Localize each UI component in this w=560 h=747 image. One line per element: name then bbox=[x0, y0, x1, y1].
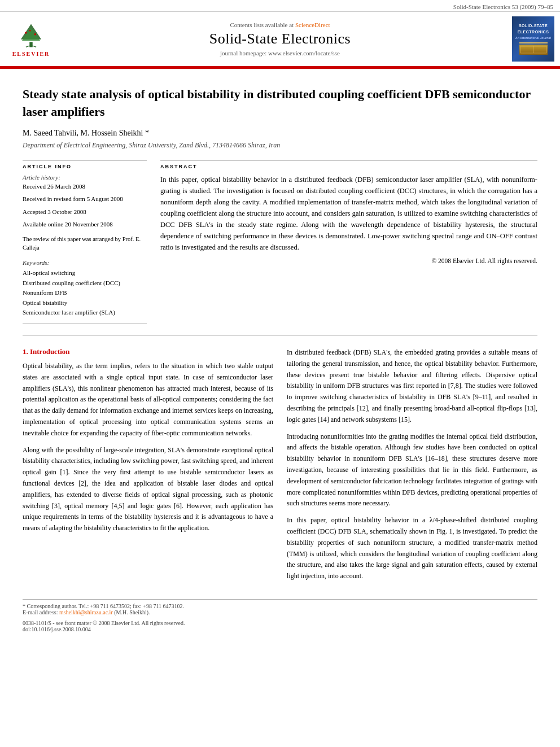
article-info-column: ARTICLE INFO Article history: Received 2… bbox=[23, 160, 147, 324]
keyword-5: Semiconductor laser amplifier (SLA) bbox=[23, 308, 147, 318]
keyword-3: Nonuniform DFB bbox=[23, 288, 147, 298]
svg-rect-0 bbox=[29, 42, 32, 47]
citation-text: Solid-State Electronics 53 (2009) 79–85 bbox=[453, 3, 553, 10]
abstract-text: In this paper, optical bistability behav… bbox=[160, 174, 537, 253]
intro-para-2: Along with the possibility of large-scal… bbox=[23, 445, 273, 534]
article-content: Steady state analysis of optical bistabi… bbox=[0, 69, 560, 644]
section-divider bbox=[23, 335, 537, 336]
sciencedirect-link[interactable]: ScienceDirect bbox=[295, 21, 330, 28]
right-para-2: Introducing nonuniformities into the gra… bbox=[287, 431, 537, 510]
article-title: Steady state analysis of optical bistabi… bbox=[23, 86, 537, 121]
journal-title: Solid-State Electronics bbox=[62, 30, 498, 47]
reviewer-note: The review of this paper was arranged by… bbox=[23, 235, 147, 253]
email-line: E-mail address: msheikhi@shirazu.ac.ir (… bbox=[23, 609, 537, 615]
svg-point-3 bbox=[25, 32, 27, 34]
journal-logo-box: SOLID-STATE ELECTRONICS An International… bbox=[512, 16, 554, 62]
keyword-1: All-optical switching bbox=[23, 268, 147, 278]
body-columns: 1. Introduction Optical bistability, as … bbox=[23, 347, 537, 588]
keywords-label: Keywords: bbox=[23, 259, 147, 266]
journal-logo-right: SOLID-STATE ELECTRONICS An International… bbox=[504, 16, 554, 62]
article-info-section: ARTICLE INFO Article history: Received 2… bbox=[23, 160, 147, 324]
journal-homepage: journal homepage: www.elsevier.com/locat… bbox=[62, 50, 498, 56]
abstract-column: ABSTRACT In this paper, optical bistabil… bbox=[160, 160, 537, 324]
bottom-note: 0038-1101/$ - see front matter © 2008 El… bbox=[23, 620, 537, 626]
sciencedirect-line: Contents lists available at ScienceDirec… bbox=[62, 21, 498, 28]
email-address: msheikhi@shirazu.ac.ir bbox=[59, 609, 113, 615]
keyword-2: Distributed coupling coefficient (DCC) bbox=[23, 278, 147, 289]
right-para-1: In distributed feedback (DFB) SLA's, the… bbox=[287, 347, 537, 426]
article-info-heading: ARTICLE INFO bbox=[23, 164, 147, 169]
email-label: E-mail address: bbox=[23, 609, 58, 615]
intro-heading: 1. Introduction bbox=[23, 347, 273, 356]
elsevier-wordmark: ELSEVIER bbox=[12, 51, 50, 57]
email-person: (M.H. Sheikhi). bbox=[114, 609, 150, 615]
keyword-4: Optical bistability bbox=[23, 298, 147, 308]
intro-para-1: Optical bistability, as the term implies… bbox=[23, 361, 273, 439]
accepted-date: Accepted 3 October 2008 bbox=[23, 207, 147, 217]
corresponding-note: * Corresponding author. Tel.: +98 711 64… bbox=[23, 603, 537, 609]
revised-date: Received in revised form 5 August 2008 bbox=[23, 194, 147, 204]
body-left-column: 1. Introduction Optical bistability, as … bbox=[23, 347, 273, 588]
abstract-heading: ABSTRACT bbox=[160, 164, 537, 169]
keywords-section: Keywords: All-optical switching Distribu… bbox=[23, 259, 147, 318]
page-footnote: * Corresponding author. Tel.: +98 711 64… bbox=[23, 599, 537, 632]
authors: M. Saeed Tahvili, M. Hossein Sheikhi * bbox=[23, 129, 537, 138]
history-label: Article history: bbox=[23, 174, 147, 181]
received-date: Received 26 March 2008 bbox=[23, 182, 147, 191]
journal-header: ELSEVIER Contents lists available at Sci… bbox=[0, 12, 560, 67]
affiliation: Department of Electrical Engineering, Sh… bbox=[23, 141, 537, 150]
logo-title-line1: SOLID-STATE bbox=[519, 23, 548, 28]
svg-point-4 bbox=[34, 33, 36, 35]
oa-note: 0038-1101/$ - see front matter © 2008 El… bbox=[23, 620, 185, 626]
copyright: © 2008 Elsevier Ltd. All rights reserved… bbox=[160, 257, 537, 264]
info-abstract-columns: ARTICLE INFO Article history: Received 2… bbox=[23, 160, 537, 324]
available-date: Available online 20 November 2008 bbox=[23, 220, 147, 229]
svg-point-5 bbox=[29, 30, 31, 32]
abstract-section: ABSTRACT In this paper, optical bistabil… bbox=[160, 160, 537, 264]
elsevier-logo: ELSEVIER bbox=[6, 21, 56, 57]
doi-line: doi:10.1016/j.sse.2008.10.004 bbox=[23, 626, 537, 632]
right-para-3: In this paper, optical bistability behav… bbox=[287, 515, 537, 582]
body-right-column: In distributed feedback (DFB) SLA's, the… bbox=[287, 347, 537, 588]
logo-title-line2: ELECTRONICS bbox=[518, 29, 549, 34]
citation-bar: Solid-State Electronics 53 (2009) 79–85 bbox=[0, 0, 560, 12]
elsevier-tree-icon bbox=[14, 21, 48, 50]
journal-center-info: Contents lists available at ScienceDirec… bbox=[62, 21, 498, 56]
logo-subtitle: An International Journal bbox=[515, 36, 551, 40]
